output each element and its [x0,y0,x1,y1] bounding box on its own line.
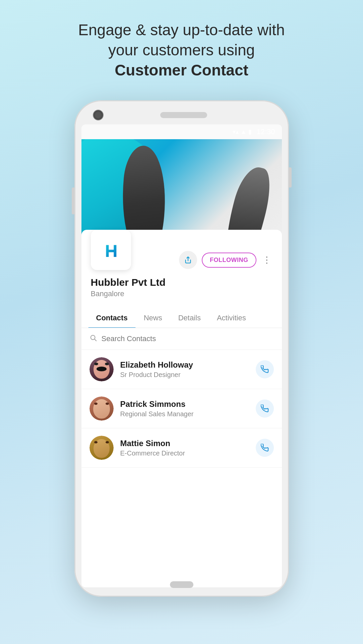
battery-icon: ▮ [248,128,252,136]
company-logo-letter: ʜ [104,238,117,262]
tab-details[interactable]: Details [170,306,209,328]
company-name: Hubbler Pvt Ltd [91,277,273,288]
phone-device: ▾▴ ▲ ▮ 12:30 ʜ [74,100,289,597]
status-icons: ▾▴ ▲ ▮ 12:30 [233,127,275,136]
face-elizabeth [89,357,114,381]
volume-button [289,167,292,187]
search-contacts-input[interactable] [102,334,274,343]
company-action-row: FOLLOWING ⋮ [179,231,272,269]
contact-title-patrick: Regional Sales Manager [120,410,249,418]
headline: Engage & stay up-to-date with your custo… [51,20,311,80]
signal-icon: ▲ [241,128,247,136]
avatar-mattie [89,436,114,460]
contact-list: Elizabeth Holloway Sr Product Designer [81,350,282,468]
search-bar [81,328,282,350]
avatar-patrick [89,396,114,421]
contact-title-elizabeth: Sr Product Designer [120,371,249,379]
headline-line2: your customers using [108,41,255,59]
search-icon [89,334,97,343]
status-bar: ▾▴ ▲ ▮ 12:30 [81,124,282,139]
tab-contacts[interactable]: Contacts [88,306,136,328]
svg-line-2 [95,339,96,341]
app-screen: ʜ FOLLOWING ⋮ [81,139,282,587]
following-button[interactable]: FOLLOWING [202,253,256,268]
contact-title-mattie: E-Commerce Director [120,449,249,457]
phone-screen: ▾▴ ▲ ▮ 12:30 ʜ [81,124,282,587]
contact-info-mattie: Mattie Simon E-Commerce Director [120,439,249,457]
headline-line1: Engage & stay up-to-date with [78,21,285,39]
tabs-bar: Contacts News Details Activities [81,306,282,328]
contact-item-mattie[interactable]: Mattie Simon E-Commerce Director [81,428,282,468]
company-card: ʜ FOLLOWING ⋮ [81,230,282,306]
call-button-elizabeth[interactable] [256,360,274,378]
avatar-elizabeth [89,357,114,381]
screen-content: ▾▴ ▲ ▮ 12:30 ʜ [81,124,282,587]
company-logo-box: ʜ [91,230,131,270]
contact-name-mattie: Mattie Simon [120,439,249,448]
more-options-button[interactable]: ⋮ [261,255,273,265]
call-button-mattie[interactable] [256,439,274,457]
company-location: Bangalore [91,289,273,298]
phone-top-bar [74,100,289,120]
contact-item-elizabeth[interactable]: Elizabeth Holloway Sr Product Designer [81,350,282,389]
company-logo-row: ʜ FOLLOWING ⋮ [91,230,273,273]
contact-name-elizabeth: Elizabeth Holloway [120,360,249,370]
headline-brand: Customer Contact [115,61,248,79]
contact-name-patrick: Patrick Simmons [120,399,249,409]
speaker [160,112,207,118]
call-button-patrick[interactable] [256,399,274,418]
home-button[interactable] [170,581,193,588]
contact-info-patrick: Patrick Simmons Regional Sales Manager [120,399,249,418]
contact-info-elizabeth: Elizabeth Holloway Sr Product Designer [120,360,249,379]
power-button [72,187,74,214]
front-camera [93,110,104,120]
tab-news[interactable]: News [136,306,170,328]
tab-activities[interactable]: Activities [209,306,254,328]
status-time: 12:30 [256,127,275,136]
wifi-icon: ▾▴ [233,128,239,136]
volume-indicator [264,112,270,118]
share-button[interactable] [179,251,197,269]
contact-item-patrick[interactable]: Patrick Simmons Regional Sales Manager [81,389,282,428]
